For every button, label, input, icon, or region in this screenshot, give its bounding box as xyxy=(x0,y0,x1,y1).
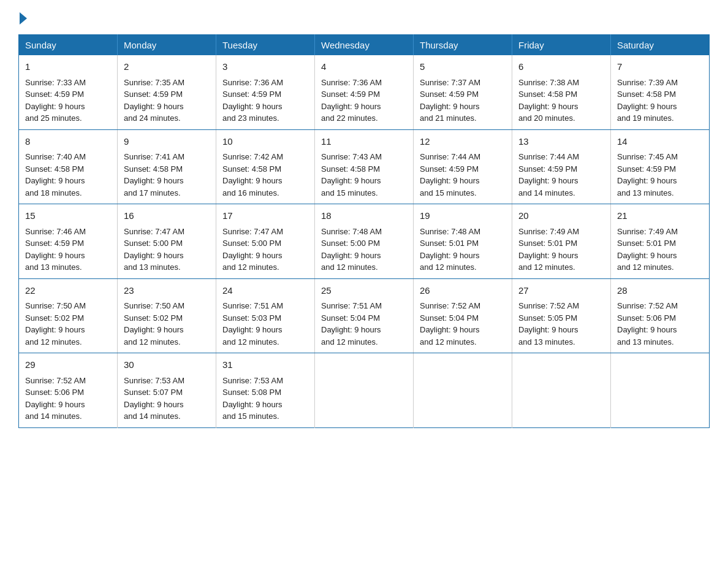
calendar-cell: 3Sunrise: 7:36 AMSunset: 4:59 PMDaylight… xyxy=(216,55,315,129)
day-info: Sunrise: 7:52 AMSunset: 5:04 PMDaylight:… xyxy=(420,301,480,347)
day-number: 29 xyxy=(25,358,111,372)
calendar-cell: 31Sunrise: 7:53 AMSunset: 5:08 PMDayligh… xyxy=(216,353,315,428)
day-number: 23 xyxy=(124,284,210,298)
calendar-cell: 15Sunrise: 7:46 AMSunset: 4:59 PMDayligh… xyxy=(19,204,118,279)
calendar-cell xyxy=(414,353,512,428)
calendar-table: SundayMondayTuesdayWednesdayThursdayFrid… xyxy=(18,34,710,428)
day-number: 11 xyxy=(321,135,407,149)
day-number: 8 xyxy=(25,135,111,149)
day-number: 27 xyxy=(518,284,604,298)
calendar-cell: 21Sunrise: 7:49 AMSunset: 5:01 PMDayligh… xyxy=(611,204,710,279)
day-number: 25 xyxy=(321,284,407,298)
day-number: 9 xyxy=(124,135,210,149)
week-row-1: 1Sunrise: 7:33 AMSunset: 4:59 PMDaylight… xyxy=(19,55,710,129)
logo xyxy=(18,12,28,25)
calendar-cell: 12Sunrise: 7:44 AMSunset: 4:59 PMDayligh… xyxy=(414,129,512,204)
day-number: 14 xyxy=(617,135,703,149)
calendar-cell xyxy=(315,353,414,428)
day-info: Sunrise: 7:38 AMSunset: 4:58 PMDaylight:… xyxy=(518,78,579,123)
day-number: 19 xyxy=(420,209,506,223)
day-info: Sunrise: 7:42 AMSunset: 4:58 PMDaylight:… xyxy=(222,152,283,197)
calendar-cell: 23Sunrise: 7:50 AMSunset: 5:02 PMDayligh… xyxy=(118,278,216,353)
day-info: Sunrise: 7:37 AMSunset: 4:59 PMDaylight:… xyxy=(420,78,480,123)
day-number: 12 xyxy=(420,135,506,149)
day-info: Sunrise: 7:51 AMSunset: 5:03 PMDaylight:… xyxy=(222,301,283,347)
day-info: Sunrise: 7:44 AMSunset: 4:59 PMDaylight:… xyxy=(518,152,579,197)
calendar-cell: 13Sunrise: 7:44 AMSunset: 4:59 PMDayligh… xyxy=(512,129,611,204)
calendar-cell: 24Sunrise: 7:51 AMSunset: 5:03 PMDayligh… xyxy=(216,278,315,353)
calendar-cell: 5Sunrise: 7:37 AMSunset: 4:59 PMDaylight… xyxy=(414,55,512,129)
day-info: Sunrise: 7:33 AMSunset: 4:59 PMDaylight:… xyxy=(25,78,86,123)
day-number: 18 xyxy=(321,209,407,223)
day-number: 1 xyxy=(25,60,111,74)
day-number: 26 xyxy=(420,284,506,298)
weekday-header-thursday: Thursday xyxy=(414,35,512,56)
day-number: 31 xyxy=(222,358,308,372)
day-number: 20 xyxy=(518,209,604,223)
day-info: Sunrise: 7:49 AMSunset: 5:01 PMDaylight:… xyxy=(518,227,579,272)
week-row-5: 29Sunrise: 7:52 AMSunset: 5:06 PMDayligh… xyxy=(19,353,710,428)
calendar-cell: 20Sunrise: 7:49 AMSunset: 5:01 PMDayligh… xyxy=(512,204,611,279)
day-number: 7 xyxy=(617,60,703,74)
calendar-cell: 16Sunrise: 7:47 AMSunset: 5:00 PMDayligh… xyxy=(118,204,216,279)
day-info: Sunrise: 7:50 AMSunset: 5:02 PMDaylight:… xyxy=(25,301,86,347)
calendar-cell: 4Sunrise: 7:36 AMSunset: 4:59 PMDaylight… xyxy=(315,55,414,129)
day-info: Sunrise: 7:35 AMSunset: 4:59 PMDaylight:… xyxy=(124,78,184,123)
calendar-cell: 2Sunrise: 7:35 AMSunset: 4:59 PMDaylight… xyxy=(118,55,216,129)
day-info: Sunrise: 7:47 AMSunset: 5:00 PMDaylight:… xyxy=(124,227,184,272)
day-number: 6 xyxy=(518,60,604,74)
day-info: Sunrise: 7:52 AMSunset: 5:06 PMDaylight:… xyxy=(617,301,678,347)
day-info: Sunrise: 7:47 AMSunset: 5:00 PMDaylight:… xyxy=(222,227,283,272)
day-info: Sunrise: 7:51 AMSunset: 5:04 PMDaylight:… xyxy=(321,301,382,347)
day-number: 3 xyxy=(222,60,308,74)
day-number: 16 xyxy=(124,209,210,223)
calendar-cell: 11Sunrise: 7:43 AMSunset: 4:58 PMDayligh… xyxy=(315,129,414,204)
day-info: Sunrise: 7:41 AMSunset: 4:58 PMDaylight:… xyxy=(124,152,184,197)
calendar-cell xyxy=(611,353,710,428)
calendar-cell: 9Sunrise: 7:41 AMSunset: 4:58 PMDaylight… xyxy=(118,129,216,204)
day-info: Sunrise: 7:48 AMSunset: 5:00 PMDaylight:… xyxy=(321,227,382,272)
calendar-cell: 19Sunrise: 7:48 AMSunset: 5:01 PMDayligh… xyxy=(414,204,512,279)
calendar-cell: 29Sunrise: 7:52 AMSunset: 5:06 PMDayligh… xyxy=(19,353,118,428)
day-number: 15 xyxy=(25,209,111,223)
day-number: 13 xyxy=(518,135,604,149)
calendar-cell: 6Sunrise: 7:38 AMSunset: 4:58 PMDaylight… xyxy=(512,55,611,129)
day-info: Sunrise: 7:44 AMSunset: 4:59 PMDaylight:… xyxy=(420,152,480,197)
day-info: Sunrise: 7:39 AMSunset: 4:58 PMDaylight:… xyxy=(617,78,678,123)
day-info: Sunrise: 7:50 AMSunset: 5:02 PMDaylight:… xyxy=(124,301,184,347)
day-info: Sunrise: 7:48 AMSunset: 5:01 PMDaylight:… xyxy=(420,227,480,272)
weekday-header-row: SundayMondayTuesdayWednesdayThursdayFrid… xyxy=(19,35,710,56)
day-info: Sunrise: 7:43 AMSunset: 4:58 PMDaylight:… xyxy=(321,152,382,197)
calendar-cell: 26Sunrise: 7:52 AMSunset: 5:04 PMDayligh… xyxy=(414,278,512,353)
page-header xyxy=(18,12,710,25)
day-info: Sunrise: 7:53 AMSunset: 5:07 PMDaylight:… xyxy=(124,376,184,421)
calendar-cell: 22Sunrise: 7:50 AMSunset: 5:02 PMDayligh… xyxy=(19,278,118,353)
day-info: Sunrise: 7:46 AMSunset: 4:59 PMDaylight:… xyxy=(25,227,86,272)
calendar-cell: 18Sunrise: 7:48 AMSunset: 5:00 PMDayligh… xyxy=(315,204,414,279)
weekday-header-monday: Monday xyxy=(118,35,216,56)
day-number: 10 xyxy=(222,135,308,149)
calendar-cell xyxy=(512,353,611,428)
weekday-header-saturday: Saturday xyxy=(611,35,710,56)
calendar-cell: 17Sunrise: 7:47 AMSunset: 5:00 PMDayligh… xyxy=(216,204,315,279)
day-number: 28 xyxy=(617,284,703,298)
day-number: 24 xyxy=(222,284,308,298)
weekday-header-sunday: Sunday xyxy=(19,35,118,56)
logo-arrow-icon xyxy=(20,12,27,25)
weekday-header-friday: Friday xyxy=(512,35,611,56)
day-info: Sunrise: 7:36 AMSunset: 4:59 PMDaylight:… xyxy=(321,78,382,123)
calendar-cell: 28Sunrise: 7:52 AMSunset: 5:06 PMDayligh… xyxy=(611,278,710,353)
calendar-cell: 10Sunrise: 7:42 AMSunset: 4:58 PMDayligh… xyxy=(216,129,315,204)
week-row-4: 22Sunrise: 7:50 AMSunset: 5:02 PMDayligh… xyxy=(19,278,710,353)
day-number: 21 xyxy=(617,209,703,223)
day-number: 2 xyxy=(124,60,210,74)
calendar-cell: 7Sunrise: 7:39 AMSunset: 4:58 PMDaylight… xyxy=(611,55,710,129)
calendar-cell: 14Sunrise: 7:45 AMSunset: 4:59 PMDayligh… xyxy=(611,129,710,204)
week-row-2: 8Sunrise: 7:40 AMSunset: 4:58 PMDaylight… xyxy=(19,129,710,204)
calendar-cell: 1Sunrise: 7:33 AMSunset: 4:59 PMDaylight… xyxy=(19,55,118,129)
day-number: 17 xyxy=(222,209,308,223)
weekday-header-wednesday: Wednesday xyxy=(315,35,414,56)
day-info: Sunrise: 7:53 AMSunset: 5:08 PMDaylight:… xyxy=(222,376,283,421)
day-info: Sunrise: 7:49 AMSunset: 5:01 PMDaylight:… xyxy=(617,227,678,272)
calendar-cell: 8Sunrise: 7:40 AMSunset: 4:58 PMDaylight… xyxy=(19,129,118,204)
